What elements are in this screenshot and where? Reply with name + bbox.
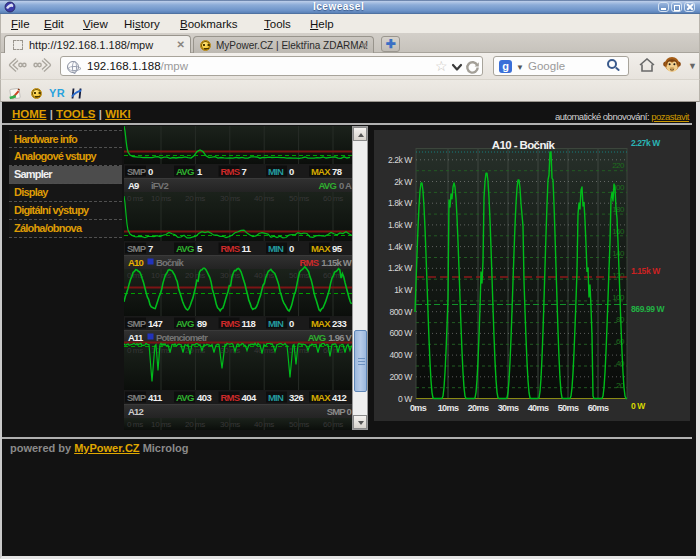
- svg-text:RMS: RMS: [221, 318, 240, 329]
- svg-text:30 ms: 30 ms: [220, 271, 240, 280]
- svg-text:MIN: MIN: [268, 166, 284, 177]
- svg-text:MIN: MIN: [268, 392, 284, 403]
- svg-text:A12: A12: [128, 406, 144, 417]
- svg-text:30ms: 30ms: [498, 403, 519, 413]
- svg-text:2.27k W: 2.27k W: [631, 138, 661, 148]
- svg-text:RMS: RMS: [221, 243, 240, 254]
- svg-text:50 ms: 50 ms: [289, 420, 309, 429]
- svg-text:SMP: SMP: [127, 166, 147, 177]
- svg-text:AVG: AVG: [176, 243, 194, 254]
- svg-text:411: 411: [148, 392, 163, 403]
- svg-text:600 W: 600 W: [389, 328, 412, 338]
- svg-text:0 ms: 0 ms: [127, 420, 143, 429]
- svg-text:0 W: 0 W: [398, 394, 412, 404]
- svg-text:A9: A9: [128, 180, 139, 191]
- svg-text:MAX: MAX: [311, 243, 331, 254]
- svg-text:100: 100: [612, 293, 625, 302]
- svg-text:1k W: 1k W: [394, 285, 412, 295]
- svg-text:7: 7: [242, 166, 247, 177]
- svg-text:AVG1.96 V: AVG1.96 V: [308, 332, 353, 343]
- svg-text:89: 89: [197, 318, 207, 329]
- svg-text:20ms: 20ms: [468, 403, 489, 413]
- svg-text:60 ms: 60 ms: [323, 420, 343, 429]
- svg-text:0: 0: [289, 243, 294, 254]
- svg-text:0: 0: [289, 166, 294, 177]
- svg-text:60 ms: 60 ms: [323, 346, 343, 355]
- svg-text:147: 147: [148, 318, 163, 329]
- svg-text:50ms: 50ms: [558, 403, 579, 413]
- svg-text:A10: A10: [128, 257, 144, 268]
- svg-text:RMS: RMS: [221, 166, 240, 177]
- svg-text:40ms: 40ms: [528, 403, 549, 413]
- svg-text:0 W: 0 W: [631, 401, 646, 411]
- svg-text:RMS1.15k W: RMS1.15k W: [300, 257, 352, 268]
- svg-text:MIN: MIN: [268, 318, 284, 329]
- svg-text:40 ms: 40 ms: [254, 271, 274, 280]
- svg-text:50 ms: 50 ms: [289, 194, 309, 203]
- svg-text:0: 0: [289, 318, 294, 329]
- svg-text:Potenciometr: Potenciometr: [156, 332, 208, 343]
- svg-text:10 ms: 10 ms: [151, 194, 171, 203]
- svg-text:A10 - Bočník: A10 - Bočník: [492, 139, 556, 151]
- svg-text:10ms: 10ms: [438, 403, 459, 413]
- svg-text:180: 180: [612, 205, 625, 214]
- svg-text:AVG: AVG: [176, 392, 194, 403]
- svg-text:233: 233: [332, 318, 347, 329]
- svg-text:SMP: SMP: [127, 243, 147, 254]
- svg-text:A11: A11: [128, 332, 144, 343]
- svg-text:1.15k W: 1.15k W: [631, 266, 661, 276]
- svg-text:MAX: MAX: [311, 166, 331, 177]
- svg-text:0ms: 0ms: [410, 403, 427, 413]
- svg-text:40 ms: 40 ms: [254, 194, 274, 203]
- svg-text:60ms: 60ms: [588, 403, 609, 413]
- svg-text:1.2k W: 1.2k W: [388, 263, 412, 273]
- svg-text:2k W: 2k W: [394, 177, 412, 187]
- svg-text:200 W: 200 W: [389, 372, 412, 382]
- svg-text:AVG: AVG: [176, 166, 194, 177]
- svg-text:7: 7: [148, 243, 153, 254]
- svg-text:30 ms: 30 ms: [220, 420, 240, 429]
- svg-text:326: 326: [289, 392, 304, 403]
- svg-text:403: 403: [197, 392, 212, 403]
- svg-text:20 ms: 20 ms: [185, 420, 205, 429]
- svg-text:iFV2: iFV2: [151, 180, 168, 191]
- svg-text:869.99 W: 869.99 W: [631, 304, 666, 314]
- svg-text:20 ms: 20 ms: [185, 194, 205, 203]
- svg-text:2.2k W: 2.2k W: [388, 155, 412, 165]
- svg-text:AVG0 A: AVG0 A: [318, 180, 351, 191]
- svg-text:412: 412: [332, 392, 347, 403]
- svg-text:0: 0: [148, 166, 153, 177]
- svg-text:SMP 0: SMP 0: [327, 406, 352, 417]
- svg-text:95: 95: [332, 243, 343, 254]
- svg-text:MAX: MAX: [311, 392, 331, 403]
- svg-text:MIN: MIN: [268, 243, 284, 254]
- svg-text:1.4k W: 1.4k W: [388, 242, 412, 252]
- svg-text:220: 220: [612, 161, 625, 170]
- svg-text:40: 40: [616, 359, 625, 368]
- svg-text:11: 11: [242, 243, 252, 254]
- svg-text:60: 60: [616, 337, 625, 346]
- svg-text:SMP: SMP: [127, 392, 147, 403]
- svg-text:60 ms: 60 ms: [323, 194, 343, 203]
- svg-text:Bočník: Bočník: [156, 257, 184, 268]
- svg-text:400 W: 400 W: [389, 350, 412, 360]
- svg-text:MAX: MAX: [311, 318, 331, 329]
- svg-text:SMP: SMP: [127, 318, 147, 329]
- svg-text:118: 118: [242, 318, 256, 329]
- svg-text:10 ms: 10 ms: [151, 420, 171, 429]
- svg-text:1.6k W: 1.6k W: [388, 220, 412, 230]
- svg-text:1.8k W: 1.8k W: [388, 198, 412, 208]
- svg-text:30 ms: 30 ms: [220, 194, 240, 203]
- svg-text:78: 78: [332, 166, 342, 177]
- svg-text:RMS: RMS: [221, 392, 240, 403]
- svg-text:0 ms: 0 ms: [127, 194, 143, 203]
- svg-text:AVG: AVG: [176, 318, 194, 329]
- svg-text:40 ms: 40 ms: [254, 420, 274, 429]
- svg-text:404: 404: [242, 392, 258, 403]
- svg-text:800 W: 800 W: [389, 307, 412, 317]
- svg-text:160: 160: [612, 227, 625, 236]
- svg-text:20 ms: 20 ms: [185, 271, 205, 280]
